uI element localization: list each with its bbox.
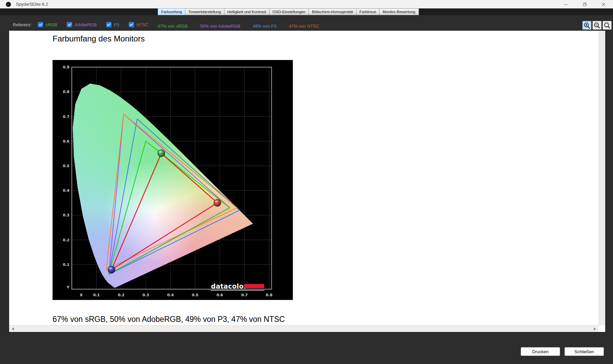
coverage-text: 67% von sRGB bbox=[158, 24, 188, 29]
check-icon bbox=[107, 23, 111, 27]
footer-bar: Drucken Schließen bbox=[0, 332, 613, 364]
close-dialog-button[interactable]: Schließen bbox=[564, 347, 604, 356]
gamut-triangle-p3 bbox=[109, 119, 240, 274]
scroll-left-icon bbox=[12, 327, 14, 331]
checkbox-label-p3[interactable]: P3 bbox=[114, 22, 119, 27]
tab-farbtreue[interactable]: Farbtreue bbox=[356, 8, 380, 15]
tab-farbumfang[interactable]: Farbumfang bbox=[158, 8, 185, 15]
chromaticity-chart: 0.10.20.30.40.50.60.70.80.10.20.30.40.50… bbox=[53, 60, 293, 300]
reference-toolbar: Referenz: sRGBAdobeRGBP3NTSC 67% von sRG… bbox=[0, 15, 613, 30]
checkbox-srgb[interactable] bbox=[38, 22, 43, 27]
report-page: Farbumfang des Monitors 0.10.20.30.40.50… bbox=[9, 30, 606, 332]
reference-option-ntsc: NTSC bbox=[129, 22, 148, 27]
checkbox-label-ntsc[interactable]: NTSC bbox=[136, 22, 148, 27]
reference-label: Referenz: bbox=[13, 22, 32, 27]
window-controls bbox=[556, 0, 613, 8]
tab-tonwertdarstellung[interactable]: Tonwertdarstellung bbox=[185, 8, 224, 15]
vertical-scrollbar[interactable] bbox=[599, 31, 605, 325]
app-logo-icon bbox=[6, 2, 11, 7]
monitor-primary-marker-green bbox=[158, 150, 165, 157]
close-icon bbox=[602, 2, 606, 6]
zoom-controls bbox=[582, 21, 612, 30]
minimize-icon bbox=[564, 2, 568, 6]
reference-option-adobergb: AdobeRGB bbox=[67, 22, 97, 27]
scrollbar-corner bbox=[599, 325, 605, 332]
reference-row: Referenz: sRGBAdobeRGBP3NTSC bbox=[13, 21, 158, 29]
coverage-text: 49% von P3 bbox=[253, 24, 276, 29]
titlebar: Spyder5Elite 6.2 bbox=[0, 0, 613, 8]
restore-icon bbox=[583, 2, 587, 6]
horizontal-scrollbar[interactable] bbox=[9, 325, 599, 332]
checkbox-p3[interactable] bbox=[106, 22, 112, 27]
zoom-out-button[interactable] bbox=[592, 21, 602, 30]
checkbox-label-srgb[interactable]: sRGB bbox=[45, 22, 57, 27]
close-button[interactable] bbox=[594, 0, 613, 8]
chart-gamuts-layer: datacolor bbox=[53, 60, 293, 300]
check-icon bbox=[129, 23, 133, 27]
maximize-button[interactable] bbox=[575, 0, 594, 8]
coverage-text: 47% von NTSC bbox=[289, 24, 319, 29]
scroll-left-button[interactable] bbox=[10, 326, 16, 332]
magnifier-zoom-in-icon bbox=[583, 22, 590, 29]
scroll-right-icon bbox=[594, 327, 596, 331]
tab-bar: FarbumfangTonwertdarstellungHelligkeit u… bbox=[0, 8, 613, 15]
magnifier-zoom-out-icon bbox=[593, 22, 601, 29]
minimize-button[interactable] bbox=[556, 0, 575, 8]
checkbox-label-adobergb[interactable]: AdobeRGB bbox=[74, 22, 97, 27]
monitor-primary-marker-blue bbox=[108, 266, 115, 273]
gamut-triangle-adobergb bbox=[109, 114, 230, 274]
checkbox-ntsc[interactable] bbox=[129, 22, 134, 27]
datacolor-logo: datacolor bbox=[211, 282, 265, 291]
magnifier-zoom-fit-icon bbox=[604, 22, 611, 29]
print-button[interactable]: Drucken bbox=[521, 347, 560, 356]
tab-osd-einstellungen[interactable]: OSD-Einstellungen bbox=[269, 8, 309, 15]
window-title: Spyder5Elite 6.2 bbox=[16, 2, 48, 7]
tab-bildschirm-homogenit-t[interactable]: Bildschirm-Homogenität bbox=[308, 8, 356, 15]
tab-monitor-bewertung[interactable]: Monitor-Bewertung bbox=[379, 8, 419, 15]
reference-option-p3: P3 bbox=[106, 22, 119, 27]
gamut-triangle-ntsc bbox=[106, 114, 237, 269]
tab-helligkeit-und-kontrast[interactable]: Helligkeit und Kontrast bbox=[224, 8, 270, 15]
scroll-right-button[interactable] bbox=[592, 326, 598, 332]
reference-option-srgb: sRGB bbox=[38, 22, 57, 27]
gamut-triangle-srgb bbox=[109, 141, 230, 274]
check-icon bbox=[68, 23, 71, 27]
coverage-text: 50% von AdobeRGB bbox=[200, 24, 240, 29]
checkbox-adobergb[interactable] bbox=[67, 22, 72, 27]
monitor-primary-marker-red bbox=[214, 199, 221, 206]
coverage-percentages: 67% von sRGB50% von AdobeRGB49% von P347… bbox=[158, 23, 319, 29]
page-title: Farbumfang des Monitors bbox=[53, 34, 145, 43]
check-icon bbox=[39, 23, 42, 27]
gamut-summary-text: 67% von sRGB, 50% von AdobeRGB, 49% von … bbox=[53, 315, 285, 324]
zoom-fit-button[interactable] bbox=[603, 21, 612, 30]
zoom-in-button[interactable] bbox=[582, 21, 591, 30]
svg-text:datacolor: datacolor bbox=[211, 282, 247, 290]
